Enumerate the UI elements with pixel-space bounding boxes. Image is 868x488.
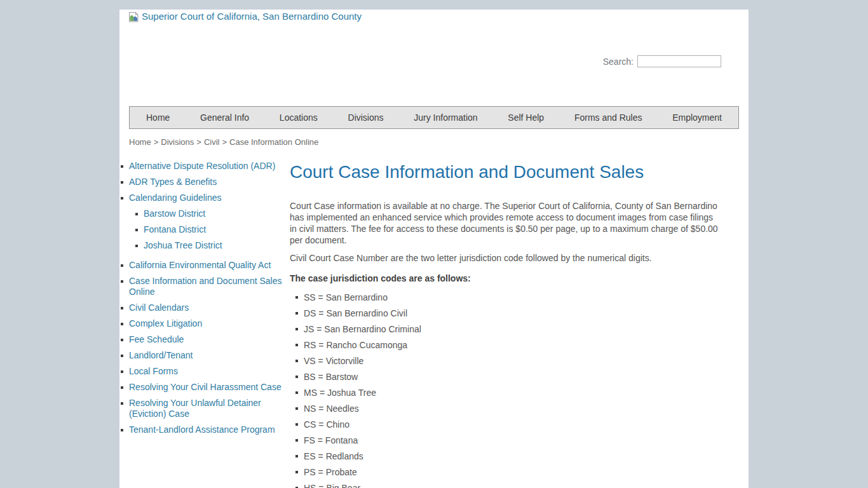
breadcrumb-home[interactable]: Home bbox=[129, 137, 151, 147]
broken-image-icon bbox=[128, 11, 140, 23]
jurisdiction-code-item: PS = Probate bbox=[295, 466, 719, 478]
sidebar-item-label[interactable]: Fee Schedule bbox=[129, 334, 184, 344]
bullet-icon bbox=[295, 471, 298, 473]
bullet-icon bbox=[121, 307, 123, 309]
sidebar-item-local-forms[interactable]: Local Forms bbox=[119, 366, 282, 377]
sidebar-item-label[interactable]: Civil Calendars bbox=[129, 302, 189, 313]
nav-item-divisions[interactable]: Divisions bbox=[348, 112, 384, 123]
case-number-paragraph: Civil Court Case Number are the two lett… bbox=[290, 252, 719, 264]
jurisdiction-code-item: MS = Joshua Tree bbox=[295, 387, 719, 398]
bullet-icon bbox=[295, 360, 298, 362]
site-header: Superior Court of California, San Bernar… bbox=[119, 10, 749, 106]
sidebar-item-label[interactable]: Resolving Your Civil Harassment Case bbox=[129, 382, 281, 392]
sidebar-item-label[interactable]: Barstow District bbox=[144, 208, 205, 219]
jurisdiction-code-text: RS = Rancho Cucamonga bbox=[304, 340, 407, 350]
breadcrumb-civil[interactable]: Civil bbox=[204, 137, 220, 147]
bullet-icon bbox=[121, 355, 123, 357]
jurisdiction-code-item: BS = Barstow bbox=[295, 371, 719, 383]
jurisdiction-code-item: ES = Redlands bbox=[295, 451, 719, 462]
nav-item-home[interactable]: Home bbox=[146, 112, 170, 123]
sidebar-item-adr-types-benefits[interactable]: ADR Types & Benefits bbox=[119, 177, 282, 187]
bullet-icon bbox=[121, 280, 123, 283]
jurisdiction-code-text: HS = Big Bear bbox=[304, 483, 360, 488]
jurisdiction-code-item: FS = Fontana bbox=[295, 435, 719, 446]
nav-item-employment[interactable]: Employment bbox=[672, 112, 722, 123]
breadcrumb-separator: > bbox=[154, 137, 159, 147]
breadcrumb-separator: > bbox=[222, 137, 227, 147]
bullet-icon bbox=[295, 376, 298, 378]
sidebar-item-label[interactable]: Alternative Dispute Resolution (ADR) bbox=[129, 161, 275, 171]
bullet-icon bbox=[121, 181, 123, 184]
bullet-icon bbox=[121, 197, 123, 200]
sidebar-item-label[interactable]: Tenant-Landlord Assistance Program bbox=[129, 424, 275, 435]
sidebar-item-california-environmental-quality-act[interactable]: California Environmental Quality Act bbox=[119, 260, 282, 271]
breadcrumb-separator: > bbox=[196, 137, 201, 147]
sidebar-item-fontana-district[interactable]: Fontana District bbox=[134, 224, 282, 235]
sidebar-item-label[interactable]: ADR Types & Benefits bbox=[129, 177, 217, 187]
bullet-icon bbox=[121, 402, 123, 405]
sidebar-item-barstow-district[interactable]: Barstow District bbox=[134, 208, 282, 219]
sidebar-item-label[interactable]: Calendaring Guidelines bbox=[129, 193, 222, 203]
jurisdiction-code-text: PS = Probate bbox=[304, 467, 357, 477]
breadcrumb: Home>Divisions>Civil>Case Information On… bbox=[129, 137, 739, 147]
bullet-icon bbox=[295, 344, 298, 346]
nav-item-general-info[interactable]: General Info bbox=[200, 112, 249, 123]
jurisdiction-code-text: BS = Barstow bbox=[304, 372, 358, 382]
main-nav: Home General Info Locations Divisions Ju… bbox=[129, 106, 739, 129]
site-logo-link[interactable]: Superior Court of California, San Bernar… bbox=[128, 11, 362, 23]
page-wrapper: Superior Court of California, San Bernar… bbox=[119, 10, 749, 488]
jurisdiction-code-text: MS = Joshua Tree bbox=[304, 388, 376, 398]
sidebar-item-label[interactable]: Resolving Your Unlawful Detainer (Evicti… bbox=[129, 398, 261, 419]
jurisdiction-code-item: NS = Needles bbox=[295, 403, 719, 414]
main-content: Court Case Information and Document Sale… bbox=[290, 161, 719, 488]
bullet-icon bbox=[121, 370, 123, 373]
sidebar-item-label[interactable]: Local Forms bbox=[129, 366, 178, 376]
sidebar-item-label[interactable]: Complex Litigation bbox=[129, 318, 202, 329]
bullet-icon bbox=[295, 296, 298, 299]
sidebar-item-complex-litigation[interactable]: Complex Litigation bbox=[119, 318, 282, 329]
sidebar-item-tenant-landlord-assistance-program[interactable]: Tenant-Landlord Assistance Program bbox=[119, 424, 282, 435]
sidebar-item-civil-calendars[interactable]: Civil Calendars bbox=[119, 302, 282, 313]
sidebar-item-landlord-tenant[interactable]: Landlord/Tenant bbox=[119, 350, 282, 361]
search-area: Search: bbox=[603, 55, 721, 67]
nav-item-jury-information[interactable]: Jury Information bbox=[414, 112, 477, 123]
nav-item-forms-and-rules[interactable]: Forms and Rules bbox=[574, 112, 642, 123]
breadcrumb-current-page: Case Information Online bbox=[229, 137, 318, 147]
sidebar-item-label[interactable]: Case Information and Document Sales Onli… bbox=[129, 276, 281, 297]
sidebar-item-label[interactable]: Fontana District bbox=[144, 224, 206, 234]
bullet-icon bbox=[135, 245, 138, 247]
site-title: Superior Court of California, San Bernar… bbox=[142, 11, 362, 22]
jurisdiction-code-item: CS = Chino bbox=[295, 419, 719, 430]
bullet-icon bbox=[135, 213, 138, 215]
sidebar: Alternative Dispute Resolution (ADR) ADR… bbox=[119, 161, 282, 440]
sidebar-item-case-information-and-document-sales-online[interactable]: Case Information and Document Sales Onli… bbox=[119, 276, 282, 297]
bullet-icon bbox=[295, 455, 298, 458]
jurisdiction-code-text: FS = Fontana bbox=[304, 435, 358, 445]
sidebar-item-label[interactable]: Joshua Tree District bbox=[144, 240, 222, 250]
sidebar-item-label[interactable]: California Environmental Quality Act bbox=[129, 260, 271, 270]
jurisdiction-code-text: NS = Needles bbox=[304, 403, 359, 414]
sidebar-item-alternative-dispute-resolution[interactable]: Alternative Dispute Resolution (ADR) bbox=[119, 161, 282, 172]
breadcrumb-divisions[interactable]: Divisions bbox=[161, 137, 194, 147]
sidebar-item-joshua-tree-district[interactable]: Joshua Tree District bbox=[134, 240, 282, 251]
page-title: Court Case Information and Document Sale… bbox=[290, 161, 719, 184]
jurisdiction-code-text: ES = Redlands bbox=[304, 451, 363, 461]
jurisdiction-code-item: SS = San Bernardino bbox=[295, 292, 719, 303]
nav-item-locations[interactable]: Locations bbox=[280, 112, 318, 123]
search-input[interactable] bbox=[637, 55, 721, 67]
sidebar-item-label[interactable]: Landlord/Tenant bbox=[129, 350, 193, 360]
jurisdiction-code-item: VS = Victorville bbox=[295, 355, 719, 367]
jurisdiction-code-item: JS = San Bernardino Criminal bbox=[295, 323, 719, 335]
sidebar-sublist-calendaring: Barstow District Fontana District Joshua… bbox=[134, 208, 282, 251]
sidebar-item-resolving-unlawful-detainer-case[interactable]: Resolving Your Unlawful Detainer (Evicti… bbox=[119, 398, 282, 419]
nav-item-self-help[interactable]: Self Help bbox=[508, 112, 544, 123]
sidebar-item-calendaring-guidelines[interactable]: Calendaring Guidelines Barstow District … bbox=[119, 193, 282, 251]
jurisdiction-code-text: CS = Chino bbox=[304, 419, 349, 430]
jurisdiction-code-item: HS = Big Bear bbox=[295, 482, 719, 488]
jurisdiction-code-text: DS = San Bernardino Civil bbox=[304, 308, 407, 318]
sidebar-item-fee-schedule[interactable]: Fee Schedule bbox=[119, 334, 282, 345]
bullet-icon bbox=[121, 264, 123, 267]
sidebar-item-resolving-civil-harassment-case[interactable]: Resolving Your Civil Harassment Case bbox=[119, 382, 282, 393]
bullet-icon bbox=[135, 229, 138, 231]
bullet-icon bbox=[295, 423, 298, 426]
